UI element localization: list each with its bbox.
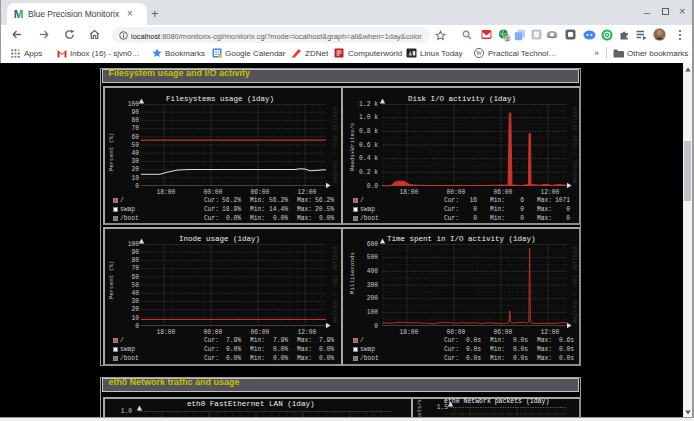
svg-text:M: M	[14, 8, 24, 19]
svg-text:2: 2	[506, 36, 509, 42]
svg-text:W: W	[476, 49, 483, 56]
